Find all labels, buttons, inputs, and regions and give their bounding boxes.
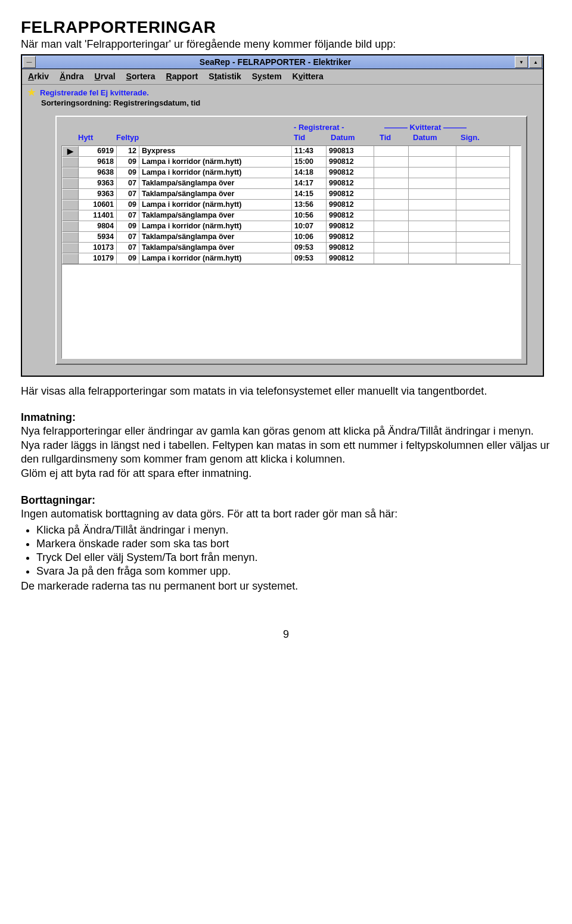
menu-system[interactable]: System xyxy=(252,72,282,81)
cell-sign xyxy=(456,232,510,243)
menu-statistik[interactable]: Statistik xyxy=(209,72,241,81)
row-selector xyxy=(62,243,79,253)
cell-hytt: 9618 xyxy=(79,157,117,168)
titlebar: SeaRep - FELRAPPORTER - Elektriker xyxy=(22,55,543,69)
cell-kdatum xyxy=(409,178,456,189)
cell-datum: 990812 xyxy=(327,243,374,253)
cell-feltyp: 09 xyxy=(117,253,139,264)
cell-desc: Lampa i korridor (närm.hytt) xyxy=(139,200,292,210)
table-row[interactable]: 1060109Lampa i korridor (närm.hytt)13:56… xyxy=(62,200,521,210)
cell-hytt: 11401 xyxy=(79,210,117,221)
cell-hytt: 5934 xyxy=(79,232,117,243)
list-item: Markera önskade rader som ska tas bort xyxy=(36,538,551,550)
table-row[interactable]: 980409Lampa i korridor (närm.hytt)10:079… xyxy=(62,221,521,232)
cell-datum: 990812 xyxy=(327,221,374,232)
cell-sign xyxy=(456,146,510,157)
cell-kdatum xyxy=(409,168,456,178)
table-row[interactable]: 1017909Lampa i korridor (närm.hytt)09:53… xyxy=(62,253,521,264)
cell-tid: 14:15 xyxy=(292,189,327,200)
cell-ktid xyxy=(374,157,409,168)
maximize-button[interactable] xyxy=(529,56,542,68)
cell-datum: 990812 xyxy=(327,168,374,178)
cell-desc: Lampa i korridor (närm.hytt) xyxy=(139,221,292,232)
table-row[interactable]: 963809Lampa i korridor (närm.hytt)14:189… xyxy=(62,168,521,178)
table-row[interactable]: 936307Taklampa/sänglampa över14:17990812 xyxy=(62,178,521,189)
cell-feltyp: 07 xyxy=(117,210,139,221)
status-registered: Registrerade fel Ej kvitterade. xyxy=(40,88,149,97)
cell-desc: Taklampa/sänglampa över xyxy=(139,210,292,221)
group-header-registrerat: - Registrerat - xyxy=(294,123,384,132)
cell-tid: 13:56 xyxy=(292,200,327,210)
cell-kdatum xyxy=(409,157,456,168)
cell-desc: Lampa i korridor (närm.hytt) xyxy=(139,253,292,264)
cell-datum: 990813 xyxy=(327,146,374,157)
status-sortorder: Sorteringsordning: Registreringsdatum, t… xyxy=(22,97,543,113)
cell-sign xyxy=(456,168,510,178)
cell-desc: Lampa i korridor (närm.hytt) xyxy=(139,157,292,168)
cell-ktid xyxy=(374,253,409,264)
cell-tid: 10:06 xyxy=(292,232,327,243)
cell-ktid xyxy=(374,221,409,232)
cell-sign xyxy=(456,210,510,221)
row-selector xyxy=(62,178,79,189)
inmatning-body2: Glöm ej att byta rad för att spara efter… xyxy=(21,467,251,479)
menu-kvittera[interactable]: Kvittera xyxy=(293,72,324,81)
table-row[interactable]: 936307Taklampa/sänglampa över14:15990812 xyxy=(62,189,521,200)
cell-ktid xyxy=(374,200,409,210)
list-item: Svara Ja på den fråga som kommer upp. xyxy=(36,565,551,578)
cell-tid: 14:17 xyxy=(292,178,327,189)
table-row[interactable]: 1017307Taklampa/sänglampa över09:5399081… xyxy=(62,243,521,253)
cell-sign xyxy=(456,189,510,200)
menu-urval[interactable]: Urval xyxy=(95,72,116,81)
col-kdatum: Datum xyxy=(413,133,461,142)
cell-desc: Taklampa/sänglampa över xyxy=(139,178,292,189)
grid-panel: - Registrerat - ——— Kvitterat ——— Hytt F… xyxy=(55,116,527,365)
col-datum: Datum xyxy=(331,133,380,142)
cell-feltyp: 07 xyxy=(117,232,139,243)
menu-ändra[interactable]: Ändra xyxy=(60,72,83,81)
cell-desc: Taklampa/sänglampa över xyxy=(139,232,292,243)
row-selector: ▶ xyxy=(62,146,79,157)
borttagningar-title: Borttagningar: xyxy=(21,494,95,506)
star-icon: ★ xyxy=(27,88,36,97)
list-item: Klicka på Ändra/Tillåt ändringar i menyn… xyxy=(36,524,551,537)
cell-desc: Taklampa/sänglampa över xyxy=(139,189,292,200)
cell-tid: 14:18 xyxy=(292,168,327,178)
page-title: FELRAPPORTERINGAR xyxy=(21,18,551,37)
table-row[interactable]: 1140107Taklampa/sänglampa över10:5699081… xyxy=(62,210,521,221)
table-row[interactable]: ▶691912Byxpress11:43990813 xyxy=(62,146,521,157)
borttagningar-intro: Ingen automatisk borttagning av data gör… xyxy=(21,508,397,520)
menubar: ArkivÄndraUrvalSorteraRapportStatistikSy… xyxy=(22,69,543,85)
data-grid[interactable]: ▶691912Byxpress11:43990813961809Lampa i … xyxy=(61,145,521,359)
cell-sign xyxy=(456,157,510,168)
cell-hytt: 10179 xyxy=(79,253,117,264)
cell-tid: 09:53 xyxy=(292,253,327,264)
system-menu-icon[interactable] xyxy=(23,56,36,68)
row-selector xyxy=(62,200,79,210)
menu-sortera[interactable]: Sortera xyxy=(126,72,156,81)
cell-ktid xyxy=(374,189,409,200)
col-tid: Tid xyxy=(294,133,331,142)
cell-sign xyxy=(456,253,510,264)
col-sign: Sign. xyxy=(461,133,496,142)
row-selector xyxy=(62,157,79,168)
table-row[interactable]: 961809Lampa i korridor (närm.hytt)15:009… xyxy=(62,157,521,168)
cell-ktid xyxy=(374,168,409,178)
minimize-button[interactable] xyxy=(515,56,528,68)
cell-kdatum xyxy=(409,253,456,264)
inmatning-title: Inmatning: xyxy=(21,411,76,423)
cell-hytt: 10601 xyxy=(79,200,117,210)
cell-ktid xyxy=(374,210,409,221)
col-feltyp: Feltyp xyxy=(116,133,146,142)
cell-hytt: 9638 xyxy=(79,168,117,178)
cell-kdatum xyxy=(409,221,456,232)
menu-arkiv[interactable]: Arkiv xyxy=(28,72,49,81)
cell-hytt: 9363 xyxy=(79,189,117,200)
menu-rapport[interactable]: Rapport xyxy=(166,72,198,81)
row-selector xyxy=(62,221,79,232)
table-row[interactable]: 593407Taklampa/sänglampa över10:06990812 xyxy=(62,232,521,243)
cell-kdatum xyxy=(409,210,456,221)
cell-datum: 990812 xyxy=(327,178,374,189)
row-selector xyxy=(62,210,79,221)
cell-sign xyxy=(456,221,510,232)
